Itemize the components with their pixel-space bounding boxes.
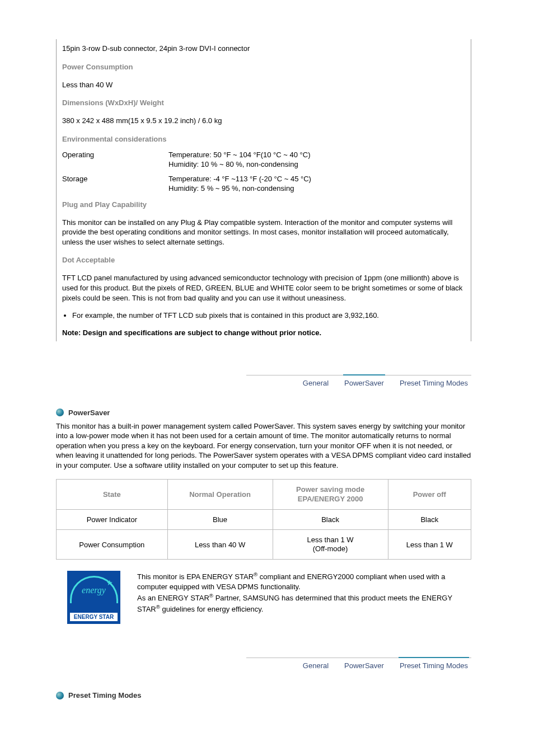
energy-star-logo: energy ★ ENERGY STAR [67,571,120,624]
spec-pnp-body: This monitor can be installed on any Plu… [62,213,465,252]
td-consumption-off: Less than 1 W [388,529,471,560]
spec-power-label: Power Consumption [62,58,465,76]
preset-timing-header: Preset Timing Modes [56,691,471,699]
tab-preset-timing[interactable]: Preset Timing Modes [400,379,468,388]
energy-text-2c: guidelines for energy efficiency. [160,605,264,613]
table-row: Power Indicator Blue Black Black [57,509,471,529]
tab-strip-2: General PowerSaver Preset Timing Modes [246,658,471,671]
td-indicator-label: Power Indicator [57,509,168,529]
section-bullet-icon [56,408,64,416]
td-consumption-saving2: (Off-mode) [313,544,348,553]
td-indicator-saving: Black [273,509,388,529]
th-normal: Normal Operation [167,480,273,510]
td-consumption-saving: Less than 1 W (Off-mode) [273,529,388,560]
spec-dimensions-label: Dimensions (WxDxH)/ Weight [62,94,465,111]
powersaver-header: PowerSaver [56,408,471,417]
spec-note: Note: Design and specifications are subj… [62,324,465,341]
table-row: State Normal Operation Power saving mode… [57,480,471,510]
spec-pnp-label: Plug and Play Capability [62,196,465,213]
spec-power-value: Less than 40 W [62,76,465,95]
env-operating-key: Operating [62,150,168,170]
powersaver-table: State Normal Operation Power saving mode… [56,479,471,560]
spec-dot-bullet-1: For example, the number of TFT LCD sub p… [72,311,465,321]
energy-star-block: energy ★ ENERGY STAR This monitor is EPA… [56,571,471,624]
energy-star-label: ENERGY STAR [70,613,118,621]
energy-text-1a: This monitor is EPA ENERGY STAR [137,573,254,581]
tab-general[interactable]: General [303,379,329,388]
tab-strip-1: General PowerSaver Preset Timing Modes [246,375,471,388]
env-storage-row: Storage Temperature: -4 °F ~113 °F (-20 … [62,172,465,196]
env-storage-val: Temperature: -4 °F ~113 °F (-20 °C ~ 45 … [168,174,465,194]
th-saving-line1: Power saving mode [296,485,364,494]
td-indicator-normal: Blue [167,509,273,529]
tab-powersaver[interactable]: PowerSaver [344,661,384,671]
spec-dot-label: Dot Acceptable [62,251,465,269]
td-consumption-normal: Less than 40 W [167,529,273,560]
env-operating-row: Operating Temperature: 50 °F ~ 104 °F(10… [62,148,465,172]
spec-dot-body: TFT LCD panel manufactured by using adva… [62,269,465,307]
th-saving-line2: EPA/ENERGY 2000 [298,495,363,503]
tab-powersaver[interactable]: PowerSaver [344,379,384,388]
env-storage-key: Storage [62,174,168,194]
table-row: Power Consumption Less than 40 W Less th… [57,529,471,560]
energy-star-arc-icon: energy ★ [70,576,118,603]
td-consumption-saving1: Less than 1 W [307,536,354,544]
tab-general[interactable]: General [303,661,329,671]
energy-text-2a: As an ENERGY STAR [137,594,209,602]
env-operating-val: Temperature: 50 °F ~ 104 °F(10 °C ~ 40 °… [168,150,465,170]
th-state: State [57,480,168,510]
th-saving: Power saving mode EPA/ENERGY 2000 [273,480,388,510]
specifications-block: 15pin 3-row D-sub connector, 24pin 3-row… [56,39,471,341]
tab-preset-timing[interactable]: Preset Timing Modes [400,661,468,671]
spec-connector: 15pin 3-row D-sub connector, 24pin 3-row… [62,39,465,58]
star-icon: ★ [106,579,113,587]
preset-timing-title: Preset Timing Modes [68,691,142,699]
spec-env-label: Environmental considerations [62,130,465,148]
registered-symbol: ® [156,604,160,610]
td-consumption-label: Power Consumption [57,529,168,560]
powersaver-body: This monitor has a built-in power manage… [56,421,471,471]
th-off: Power off [388,480,471,510]
registered-symbol: ® [209,593,213,599]
energy-star-text: This monitor is EPA ENERGY STAR® complia… [137,571,471,614]
spec-dimensions-value: 380 x 242 x 488 mm(15 x 9.5 x 19.2 inch)… [62,111,465,130]
td-indicator-off: Black [388,509,471,529]
section-bullet-icon [56,692,64,699]
powersaver-title: PowerSaver [68,408,110,417]
spec-dot-bullets: For example, the number of TFT LCD sub p… [62,311,465,321]
